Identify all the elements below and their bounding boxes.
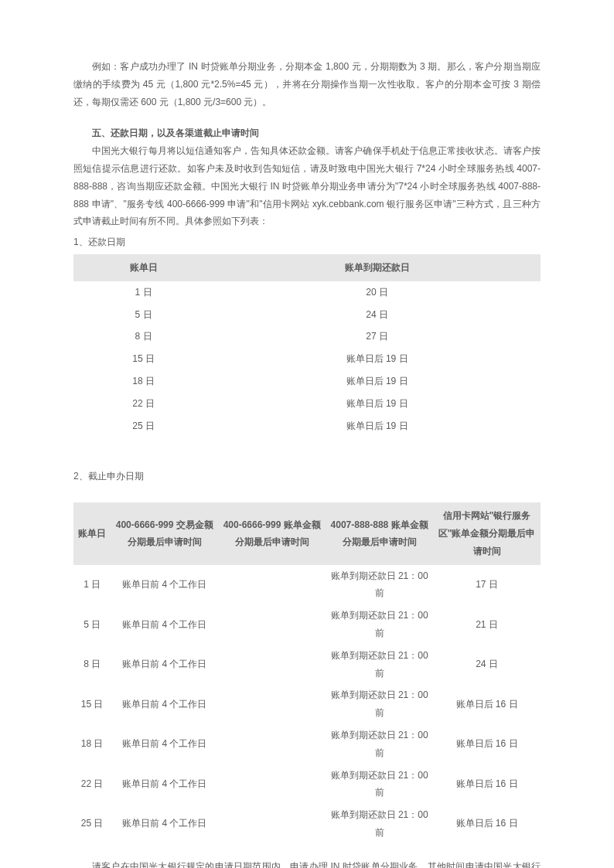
table-cell: 22 日: [73, 764, 111, 805]
intro-paragraph: 例如：客户成功办理了 IN 时贷账单分期业务，分期本金 1,800 元，分期期数…: [73, 58, 541, 111]
deadline-table: 账单日 400-6666-999 交易金额分期最后申请时间 400-6666-9…: [73, 502, 541, 844]
table-cell: [218, 764, 326, 805]
table-cell: 账单日后 19 日: [213, 393, 541, 415]
table-cell: 账单日前 4 个工作日: [111, 565, 218, 605]
table-cell: 5 日: [73, 604, 111, 645]
table-cell: 账单日前 4 个工作日: [111, 684, 218, 724]
col-header: 账单到期还款日: [213, 254, 541, 281]
table-cell: 账单日后 16 日: [433, 804, 541, 844]
repayment-date-table: 账单日 账单到期还款日 1 日20 日5 日24 日8 日27 日15 日账单日…: [73, 254, 541, 437]
col-header: 账单日: [73, 502, 111, 564]
table-row: 8 日账单日前 4 个工作日账单到期还款日 21：00 前24 日: [73, 645, 541, 685]
table-row: 15 日账单日前 4 个工作日账单到期还款日 21：00 前账单日后 16 日: [73, 684, 541, 724]
table2-label: 2、截止申办日期: [73, 468, 541, 485]
section5-title: 五、还款日期，以及各渠道截止申请时间: [73, 124, 541, 142]
table-cell: 账单到期还款日 21：00 前: [326, 764, 433, 805]
table-cell: 18 日: [73, 724, 111, 764]
table-cell: 账单到期还款日 21：00 前: [326, 804, 433, 844]
table-row: 25 日账单日前 4 个工作日账单到期还款日 21：00 前账单日后 16 日: [73, 804, 541, 844]
table-cell: 18 日: [73, 370, 213, 393]
table-cell: 账单到期还款日 21：00 前: [326, 565, 433, 605]
table-row: 8 日27 日: [73, 325, 541, 348]
table-cell: 账单到期还款日 21：00 前: [326, 724, 433, 764]
table-row: 5 日24 日: [73, 304, 541, 326]
table-cell: 账单日前 4 个工作日: [111, 645, 218, 685]
table-cell: [218, 645, 326, 685]
table-cell: [218, 684, 326, 724]
section5-footer: 请客户在中国光大银行规定的申请日期范围内，申请办理 IN 时贷账单分期业务，其他…: [73, 858, 541, 868]
section5-body: 中国光大银行每月将以短信通知客户，告知具体还款金额。请客户确保手机处于信息正常接…: [73, 142, 541, 230]
table1-label: 1、还款日期: [73, 233, 541, 251]
col-header: 4007-888-888 账单金额分期最后申请时间: [326, 502, 433, 564]
table-cell: [218, 804, 326, 844]
table-row: 1 日20 日: [73, 281, 541, 304]
table-cell: 27 日: [213, 325, 541, 348]
table-row: 18 日账单日后 19 日: [73, 370, 541, 393]
table-cell: 账单日前 4 个工作日: [111, 604, 218, 645]
table-cell: 账单日后 16 日: [433, 764, 541, 805]
table-cell: 20 日: [213, 281, 541, 304]
col-header: 账单日: [73, 254, 213, 281]
col-header: 400-6666-999 交易金额分期最后申请时间: [111, 502, 218, 564]
table-cell: 25 日: [73, 415, 213, 437]
table-cell: 21 日: [433, 604, 541, 645]
table-row: 1 日账单日前 4 个工作日账单到期还款日 21：00 前17 日: [73, 565, 541, 605]
table-cell: 8 日: [73, 645, 111, 685]
table-cell: 1 日: [73, 565, 111, 605]
table-cell: 账单日后 19 日: [213, 370, 541, 393]
table-cell: 25 日: [73, 804, 111, 844]
table-row: 22 日账单日后 19 日: [73, 393, 541, 415]
table-header-row: 账单日 400-6666-999 交易金额分期最后申请时间 400-6666-9…: [73, 502, 541, 564]
table-row: 22 日账单日前 4 个工作日账单到期还款日 21：00 前账单日后 16 日: [73, 764, 541, 805]
table-cell: 17 日: [433, 565, 541, 605]
table-row: 25 日账单日后 19 日: [73, 415, 541, 437]
table-cell: 账单到期还款日 21：00 前: [326, 684, 433, 724]
table-cell: 账单到期还款日 21：00 前: [326, 645, 433, 685]
table-cell: 5 日: [73, 304, 213, 326]
table-cell: 24 日: [433, 645, 541, 685]
col-header: 信用卡网站"银行服务区"账单金额分期最后申请时间: [433, 502, 541, 564]
table-cell: 1 日: [73, 281, 213, 304]
table-cell: 账单日后 16 日: [433, 724, 541, 764]
table-row: 18 日账单日前 4 个工作日账单到期还款日 21：00 前账单日后 16 日: [73, 724, 541, 764]
document-page: 例如：客户成功办理了 IN 时贷账单分期业务，分期本金 1,800 元，分期期数…: [0, 0, 614, 868]
table-cell: [218, 724, 326, 764]
table-cell: 账单日前 4 个工作日: [111, 804, 218, 844]
table-cell: [218, 604, 326, 645]
table-cell: 账单日前 4 个工作日: [111, 764, 218, 805]
table-cell: 8 日: [73, 325, 213, 348]
table-cell: 24 日: [213, 304, 541, 326]
table-cell: 账单日前 4 个工作日: [111, 724, 218, 764]
table-cell: 账单到期还款日 21：00 前: [326, 604, 433, 645]
table-cell: 账单日后 19 日: [213, 415, 541, 437]
table-row: 5 日账单日前 4 个工作日账单到期还款日 21：00 前21 日: [73, 604, 541, 645]
table-cell: 15 日: [73, 684, 111, 724]
table-cell: [218, 565, 326, 605]
table-cell: 账单日后 19 日: [213, 348, 541, 370]
table-cell: 账单日后 16 日: [433, 684, 541, 724]
table-cell: 22 日: [73, 393, 213, 415]
table-cell: 15 日: [73, 348, 213, 370]
table-header-row: 账单日 账单到期还款日: [73, 254, 541, 281]
col-header: 400-6666-999 账单金额分期最后申请时间: [218, 502, 326, 564]
table-row: 15 日账单日后 19 日: [73, 348, 541, 370]
